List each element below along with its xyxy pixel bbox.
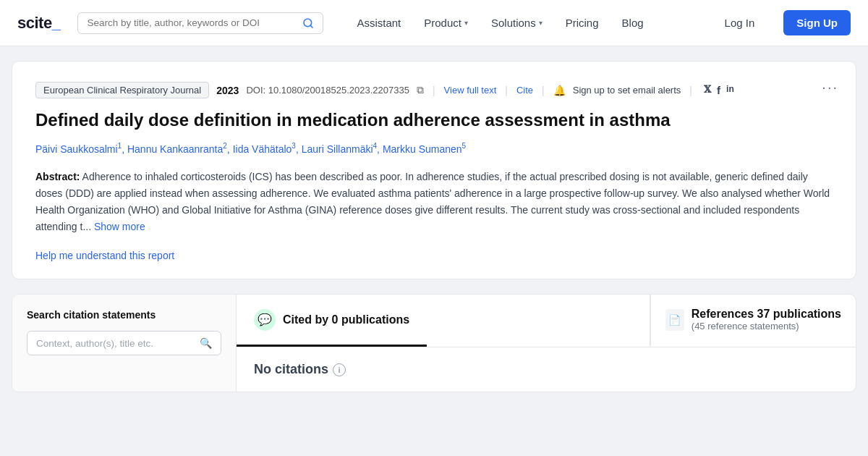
tab-content: No citations i <box>237 347 856 392</box>
references-title: References 37 publications <box>692 308 841 321</box>
abstract-label: Abstract: <box>35 171 80 182</box>
nav-links: Assistant Product ▾ Solutions ▾ Pricing … <box>346 11 653 35</box>
sidebar-search-icon: 🔍 <box>200 337 212 349</box>
no-citations-heading: No citations i <box>254 362 838 377</box>
facebook-icon[interactable]: f <box>717 84 720 96</box>
references-sub: (45 reference statements) <box>692 321 841 332</box>
nav-item-product[interactable]: Product ▾ <box>414 11 478 35</box>
sidebar-title: Search citation statements <box>27 309 221 321</box>
no-citations-text: No citations <box>254 362 328 377</box>
year-badge: 2023 <box>216 85 239 96</box>
main-tabs: 💬 Cited by 0 publications <box>237 295 650 347</box>
cite-link[interactable]: Cite <box>516 85 533 96</box>
social-icons: 𝕏 f in <box>704 84 734 96</box>
nav-item-assistant[interactable]: Assistant <box>346 11 411 35</box>
search-icon <box>302 17 314 29</box>
signup-button[interactable]: Sign Up <box>783 10 851 35</box>
tab-references[interactable]: 📄 References 37 publications (45 referen… <box>650 295 856 347</box>
abstract-text: Adherence to inhaled corticosteroids (IC… <box>35 171 830 232</box>
view-full-text-link[interactable]: View full text <box>444 85 497 96</box>
sidebar-search-input[interactable]: Context, author(s), title etc. 🔍 <box>27 331 221 355</box>
logo[interactable]: scite_ <box>17 14 60 33</box>
authors: Päivi Saukkosalmi1, Hannu Kankaanranta2,… <box>35 140 833 157</box>
navbar: scite_ Assistant Product ▾ Solutions ▾ P… <box>0 0 868 46</box>
bell-icon[interactable]: 🔔 <box>553 85 566 96</box>
svg-line-1 <box>311 25 313 28</box>
main-content: European Clinical Respiratory Journal 20… <box>0 61 868 392</box>
doi-text: DOI: 10.1080/20018525.2023.2207335 <box>246 85 409 96</box>
info-icon[interactable]: i <box>333 363 346 376</box>
panels-row: Search citation statements Context, auth… <box>12 294 856 392</box>
search-bar <box>77 12 323 34</box>
references-tab-container: 📄 References 37 publications (45 referen… <box>650 295 856 347</box>
nav-item-pricing[interactable]: Pricing <box>556 11 609 35</box>
journal-badge: European Clinical Respiratory Journal <box>35 82 209 98</box>
solutions-chevron-icon: ▾ <box>539 19 542 27</box>
author-2[interactable]: Hannu Kankaanranta2 <box>127 143 227 155</box>
nav-item-solutions[interactable]: Solutions ▾ <box>481 11 553 35</box>
nav-item-blog[interactable]: Blog <box>612 11 654 35</box>
abstract: Abstract: Adherence to inhaled corticost… <box>35 169 833 235</box>
search-placeholder-text: Context, author(s), title etc. <box>36 338 153 349</box>
search-input[interactable] <box>87 17 297 28</box>
product-chevron-icon: ▾ <box>464 19 468 27</box>
article-card: European Clinical Respiratory Journal 20… <box>12 61 856 279</box>
login-button[interactable]: Log In <box>713 11 767 35</box>
author-1[interactable]: Päivi Saukkosalmi1 <box>35 143 122 155</box>
references-icon: 📄 <box>665 309 684 331</box>
help-understand-link[interactable]: Help me understand this report <box>35 250 174 261</box>
author-4[interactable]: Lauri Sillanmäki4 <box>302 143 377 155</box>
center-panel: 💬 Cited by 0 publications 📄 References 3… <box>237 295 856 392</box>
sidebar-panel: Search citation statements Context, auth… <box>12 295 237 392</box>
cited-by-label: Cited by 0 publications <box>283 313 409 326</box>
alert-text: Sign up to set email alerts <box>573 85 681 96</box>
cited-by-icon: 💬 <box>254 309 276 331</box>
tab-cited-by[interactable]: 💬 Cited by 0 publications <box>237 295 427 347</box>
tabs-wrapper: 💬 Cited by 0 publications 📄 References 3… <box>237 295 856 347</box>
linkedin-icon[interactable]: in <box>726 84 734 96</box>
show-more-link[interactable]: Show more <box>94 221 145 232</box>
more-options-button[interactable]: ··· <box>822 79 838 96</box>
article-meta: European Clinical Respiratory Journal 20… <box>35 82 833 98</box>
author-5[interactable]: Markku Sumanen5 <box>383 143 466 155</box>
twitter-icon[interactable]: 𝕏 <box>704 84 711 96</box>
article-title: Defined daily dose definition in medicat… <box>35 109 833 132</box>
copy-icon[interactable]: ⧉ <box>417 84 424 96</box>
author-3[interactable]: Iida Vähätalo3 <box>233 143 296 155</box>
